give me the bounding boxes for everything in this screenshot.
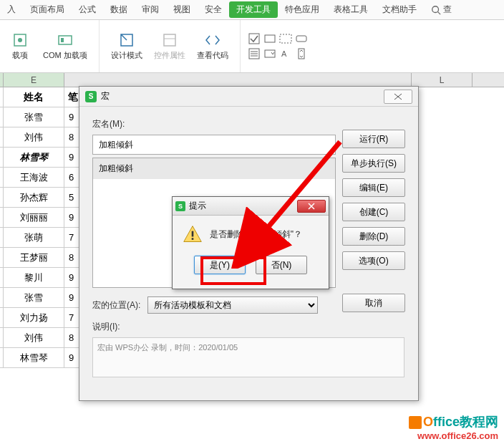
com-addins-icon xyxy=(57,32,74,49)
no-button[interactable]: 否(N) xyxy=(256,256,307,274)
label-control-icon[interactable]: A xyxy=(279,47,292,60)
design-mode-icon xyxy=(118,32,135,49)
svg-rect-10 xyxy=(280,34,291,43)
addins-button[interactable]: 载项 xyxy=(7,30,33,62)
watermark-icon xyxy=(409,416,422,429)
combo-control-icon[interactable] xyxy=(263,47,276,60)
controls-group: A xyxy=(241,20,315,72)
confirm-dialog: S 提示 是否删除宏 粗倾斜"？ 是(Y) 否(N) xyxy=(172,196,329,289)
properties-icon xyxy=(161,32,178,49)
name-cell[interactable]: 张雪 xyxy=(4,107,64,127)
dialog-close-button[interactable] xyxy=(384,90,412,104)
svg-point-3 xyxy=(18,38,22,42)
macro-list-item[interactable]: 加粗倾斜 xyxy=(93,158,335,179)
svg-rect-19 xyxy=(192,231,194,237)
svg-rect-4 xyxy=(59,36,72,44)
name-cell[interactable]: 黎川 xyxy=(4,268,64,288)
close-icon xyxy=(394,93,402,100)
wps-icon: S xyxy=(175,201,185,211)
toolbar: 载项 COM 加载项 设计模式 控件属性 查看代码 xyxy=(0,20,504,73)
confirm-title: 提示 xyxy=(189,200,297,212)
macro-name-input[interactable] xyxy=(92,135,336,155)
name-cell[interactable]: 王海波 xyxy=(4,168,64,188)
macro-desc-label: 说明(I): xyxy=(92,321,405,333)
close-icon xyxy=(307,203,316,210)
svg-text:A: A xyxy=(281,49,287,58)
control-properties-button: 控件属性 xyxy=(150,30,190,62)
name-cell[interactable]: 姓名 xyxy=(4,87,64,107)
addins-icon xyxy=(11,32,29,49)
search-icon xyxy=(431,5,441,15)
macro-location-select[interactable]: 所有活动模板和文档 xyxy=(147,296,318,314)
col-header-m[interactable]: M xyxy=(472,73,504,87)
cancel-button[interactable]: 取消 xyxy=(342,294,405,312)
name-cell[interactable]: 张萌 xyxy=(4,228,64,248)
dialog-title: 宏 xyxy=(101,90,384,102)
tab-insert[interactable]: 入 xyxy=(0,1,23,19)
ribbon-tabs: 入 页面布局 公式 数据 审阅 视图 安全 开发工具 特色应用 表格工具 文档助… xyxy=(0,0,504,20)
search-label: 查 xyxy=(443,4,452,16)
button-control-icon[interactable] xyxy=(295,32,308,45)
options-button[interactable]: 选项(O) xyxy=(342,251,405,270)
name-cell[interactable]: 林雪琴 xyxy=(4,148,64,168)
name-cell[interactable]: 刘伟 xyxy=(4,127,64,148)
col-header-e[interactable]: E xyxy=(4,73,64,87)
macro-desc-box: 宏由 WPS办公 录制，时间：2020/01/05 xyxy=(92,337,404,377)
svg-rect-9 xyxy=(265,35,275,42)
col-header-l[interactable]: L xyxy=(412,73,472,87)
edit-button[interactable]: 编辑(E) xyxy=(342,178,405,197)
wps-icon: S xyxy=(85,91,97,102)
svg-line-1 xyxy=(438,11,441,14)
com-addins-button[interactable]: COM 加载项 xyxy=(39,30,92,62)
tab-developer[interactable]: 开发工具 xyxy=(229,1,278,18)
dialog-titlebar[interactable]: S 宏 xyxy=(79,87,418,107)
svg-rect-11 xyxy=(296,36,306,42)
tab-data[interactable]: 数据 xyxy=(103,1,135,19)
name-cell[interactable]: 孙杰辉 xyxy=(4,188,64,208)
svg-point-0 xyxy=(432,6,439,12)
name-cell[interactable]: 刘伟 xyxy=(4,328,64,348)
name-cell[interactable]: 林雪琴 xyxy=(4,348,64,368)
watermark-url: www.office26.com xyxy=(409,430,498,441)
confirm-close-button[interactable] xyxy=(297,200,326,213)
checkbox-control-icon[interactable] xyxy=(248,32,261,45)
svg-rect-6 xyxy=(164,34,175,46)
textbox-control-icon[interactable] xyxy=(263,32,276,45)
svg-rect-20 xyxy=(192,238,194,240)
delete-button[interactable]: 删除(D) xyxy=(342,227,405,246)
warning-icon xyxy=(183,224,203,244)
view-code-button[interactable]: 查看代码 xyxy=(193,30,233,62)
tab-view[interactable]: 视图 xyxy=(166,1,198,19)
column-headers: E L M xyxy=(0,73,504,87)
tab-page-layout[interactable]: 页面布局 xyxy=(23,1,72,19)
tab-special[interactable]: 特色应用 xyxy=(278,1,326,19)
step-button[interactable]: 单步执行(S) xyxy=(342,154,405,173)
list-control-icon[interactable] xyxy=(248,47,261,60)
tab-formulas[interactable]: 公式 xyxy=(72,1,103,19)
tab-review[interactable]: 审阅 xyxy=(135,1,166,19)
name-cell[interactable]: 张雪 xyxy=(4,288,64,308)
run-button[interactable]: 运行(R) xyxy=(342,130,405,148)
name-cell[interactable]: 刘力扬 xyxy=(4,308,64,328)
confirm-titlebar[interactable]: S 提示 xyxy=(173,197,329,216)
ribbon-search[interactable]: 查 xyxy=(431,4,452,16)
yes-button[interactable]: 是(Y) xyxy=(194,256,246,274)
group-control-icon[interactable] xyxy=(279,32,292,45)
spin-control-icon[interactable] xyxy=(295,47,308,60)
name-cell[interactable]: 刘丽丽 xyxy=(4,208,64,228)
view-code-icon xyxy=(204,32,221,49)
tab-table-tools[interactable]: 表格工具 xyxy=(326,1,375,19)
watermark: Office教程网 www.office26.com xyxy=(409,413,498,441)
create-button[interactable]: 创建(C) xyxy=(342,203,405,221)
tab-security[interactable]: 安全 xyxy=(198,1,229,19)
tab-doc-assistant[interactable]: 文档助手 xyxy=(375,1,424,19)
svg-rect-5 xyxy=(61,38,64,42)
macro-location-label: 宏的位置(A): xyxy=(92,299,140,312)
macro-name-label: 宏名(M): xyxy=(92,118,405,130)
design-mode-button[interactable]: 设计模式 xyxy=(107,30,147,62)
confirm-message: 是否删除宏 粗倾斜"？ xyxy=(210,228,302,241)
name-cell[interactable]: 王梦丽 xyxy=(4,248,64,268)
